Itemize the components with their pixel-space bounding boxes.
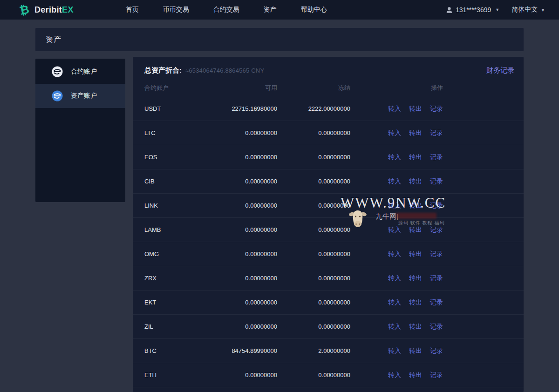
table-header: 合约账户 可用 冻结 操作 xyxy=(133,79,524,97)
transfer-in-link[interactable]: 转入 xyxy=(388,105,401,113)
transfer-out-link[interactable]: 转出 xyxy=(409,177,422,186)
table-row: EOS 0.00000000 0.00000000 转入 转出 记录 xyxy=(133,145,524,169)
row-actions: 转入 转出 记录 xyxy=(388,323,443,331)
transfer-out-link[interactable]: 转出 xyxy=(409,250,422,258)
transfer-in-link[interactable]: 转入 xyxy=(388,226,401,234)
financial-records-link[interactable]: 财务记录 xyxy=(486,66,514,75)
header-actions: 操作 xyxy=(388,84,443,92)
records-link[interactable]: 记录 xyxy=(430,298,443,307)
transfer-in-link[interactable]: 转入 xyxy=(388,250,401,258)
transfer-in-link[interactable]: 转入 xyxy=(388,177,401,186)
chevron-down-icon: ▼ xyxy=(541,8,545,13)
table-row: EKT 0.00000000 0.00000000 转入 转出 记录 xyxy=(133,291,524,315)
available-amount: 0.00000000 xyxy=(207,226,277,233)
coin-name: OMG xyxy=(144,250,207,257)
records-link[interactable]: 记录 xyxy=(430,250,443,258)
frozen-amount: 2222.00000000 xyxy=(277,105,350,112)
transfer-out-link[interactable]: 转出 xyxy=(409,153,422,162)
transfer-out-link[interactable]: 转出 xyxy=(409,347,422,355)
transfer-out-link[interactable]: 转出 xyxy=(409,226,422,234)
frozen-amount: 0.00000000 xyxy=(277,178,350,185)
available-amount: 0.00000000 xyxy=(207,323,277,330)
asset-table-body: USDT 22715.16980000 2222.00000000 转入 转出 … xyxy=(133,97,524,387)
records-link[interactable]: 记录 xyxy=(430,226,443,234)
header-available: 可用 xyxy=(207,84,277,92)
row-actions: 转入 转出 记录 xyxy=(388,371,443,379)
chevron-down-icon: ▼ xyxy=(495,7,499,12)
transfer-out-link[interactable]: 转出 xyxy=(409,202,422,210)
frozen-amount: 0.00000000 xyxy=(277,202,350,209)
brand-name-suffix: EX xyxy=(62,5,74,14)
frozen-amount: 0.00000000 xyxy=(277,250,350,257)
records-link[interactable]: 记录 xyxy=(430,177,443,186)
transfer-out-link[interactable]: 转出 xyxy=(409,105,422,113)
nav-menu: 首页 币币交易 合约交易 资产 帮助中心 xyxy=(126,6,327,14)
transfer-in-link[interactable]: 转入 xyxy=(388,323,401,331)
sidebar-item-label: 合约账户 xyxy=(71,68,97,76)
frozen-amount: 0.00000000 xyxy=(277,299,350,306)
records-link[interactable]: 记录 xyxy=(430,347,443,355)
nav-item-home[interactable]: 首页 xyxy=(126,6,139,14)
transfer-in-link[interactable]: 转入 xyxy=(388,202,401,210)
available-amount: 0.00000000 xyxy=(207,372,277,378)
row-actions: 转入 转出 记录 xyxy=(388,274,443,283)
coin-name: EOS xyxy=(144,154,207,161)
user-phone: 131****3699 xyxy=(456,6,491,14)
table-row: ZIL 0.00000000 0.00000000 转入 转出 记录 xyxy=(133,315,524,339)
available-amount: 0.00000000 xyxy=(207,250,277,257)
transfer-out-link[interactable]: 转出 xyxy=(409,371,422,379)
table-row: LAMB 0.00000000 0.00000000 转入 转出 记录 xyxy=(133,218,524,242)
assets-summary: 总资产折合: ≈6534064746.8864565 CNY 财务记录 xyxy=(133,57,524,79)
sidebar-item-contract-account[interactable]: 合约账户 xyxy=(35,60,125,84)
nav-item-help-center[interactable]: 帮助中心 xyxy=(301,6,327,14)
table-row: OMG 0.00000000 0.00000000 转入 转出 记录 xyxy=(133,242,524,266)
records-link[interactable]: 记录 xyxy=(430,105,443,113)
transfer-in-link[interactable]: 转入 xyxy=(388,347,401,355)
records-link[interactable]: 记录 xyxy=(430,323,443,331)
coin-name: ZIL xyxy=(144,323,207,330)
total-assets-value: ≈6534064746.8864565 CNY xyxy=(185,67,264,74)
row-actions: 转入 转出 记录 xyxy=(388,202,443,210)
sidebar-item-label: 资产账户 xyxy=(71,92,97,100)
header-account: 合约账户 xyxy=(144,84,207,92)
row-actions: 转入 转出 记录 xyxy=(388,129,443,137)
available-amount: 84754.89990000 xyxy=(207,347,277,354)
records-link[interactable]: 记录 xyxy=(430,371,443,379)
page-banner: 资产 xyxy=(35,28,524,51)
nav-item-contract-trade[interactable]: 合约交易 xyxy=(213,6,239,14)
wallet-circle-icon xyxy=(51,90,63,102)
transfer-in-link[interactable]: 转入 xyxy=(388,298,401,307)
records-link[interactable]: 记录 xyxy=(430,274,443,283)
language-selector[interactable]: 简体中文 ▼ xyxy=(511,6,545,14)
assets-panel: 总资产折合: ≈6534064746.8864565 CNY 财务记录 合约账户… xyxy=(133,57,524,392)
transfer-out-link[interactable]: 转出 xyxy=(409,129,422,137)
coin-name: EKT xyxy=(144,299,207,306)
transfer-in-link[interactable]: 转入 xyxy=(388,274,401,283)
coin-name: LINK xyxy=(144,202,207,209)
sidebar: 合约账户 资产账户 xyxy=(35,59,125,202)
page-title: 资产 xyxy=(46,35,61,45)
frozen-amount: 0.00000000 xyxy=(277,226,350,233)
available-amount: 0.00000000 xyxy=(207,154,277,161)
transfer-out-link[interactable]: 转出 xyxy=(409,323,422,331)
frozen-amount: 0.00000000 xyxy=(277,372,350,378)
frozen-amount: 0.00000000 xyxy=(277,129,350,136)
records-link[interactable]: 记录 xyxy=(430,153,443,162)
brand-logo[interactable]: ₿ DeribitEX xyxy=(18,3,74,16)
nav-item-assets[interactable]: 资产 xyxy=(264,6,277,14)
user-menu[interactable]: 131****3699 ▼ xyxy=(446,6,499,14)
transfer-in-link[interactable]: 转入 xyxy=(388,371,401,379)
table-row: USDT 22715.16980000 2222.00000000 转入 转出 … xyxy=(133,97,524,121)
frozen-amount: 0.00000000 xyxy=(277,323,350,330)
row-actions: 转入 转出 记录 xyxy=(388,177,443,186)
transfer-out-link[interactable]: 转出 xyxy=(409,274,422,283)
transfer-out-link[interactable]: 转出 xyxy=(409,298,422,307)
total-assets-label: 总资产折合: xyxy=(144,66,182,75)
navbar: ₿ DeribitEX 首页 币币交易 合约交易 资产 帮助中心 131****… xyxy=(0,0,559,20)
records-link[interactable]: 记录 xyxy=(430,202,443,210)
nav-item-spot-trade[interactable]: 币币交易 xyxy=(163,6,189,14)
records-link[interactable]: 记录 xyxy=(430,129,443,137)
transfer-in-link[interactable]: 转入 xyxy=(388,153,401,162)
transfer-in-link[interactable]: 转入 xyxy=(388,129,401,137)
sidebar-item-asset-account[interactable]: 资产账户 xyxy=(35,84,125,108)
